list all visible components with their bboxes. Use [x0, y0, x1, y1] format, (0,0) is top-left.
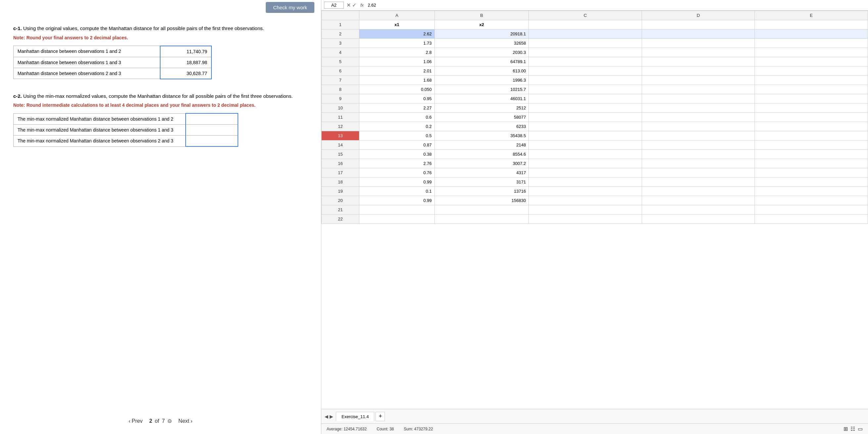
cell-b9[interactable]: 46031.1	[434, 94, 529, 103]
cell-a7[interactable]: 1.68	[359, 76, 434, 85]
cell-c4[interactable]	[529, 48, 642, 57]
table-view-icon[interactable]: ☷	[850, 426, 855, 432]
cell-d10[interactable]	[642, 103, 755, 113]
cell-d9[interactable]	[642, 94, 755, 103]
cell-d8[interactable]	[642, 85, 755, 94]
cell-e12[interactable]	[755, 122, 868, 131]
cell-e6[interactable]	[755, 66, 868, 76]
cell-d12[interactable]	[642, 122, 755, 131]
next-button[interactable]: Next ›	[178, 418, 192, 424]
cell-d1[interactable]	[642, 20, 755, 29]
cell-d20[interactable]	[642, 196, 755, 205]
cell-e19[interactable]	[755, 187, 868, 196]
cell-b12[interactable]: 6233	[434, 122, 529, 131]
cell-b8[interactable]: 10215.7	[434, 85, 529, 94]
c2-row2-input-cell[interactable]	[186, 125, 238, 136]
cell-a16[interactable]: 2.76	[359, 159, 434, 168]
cell-b7[interactable]: 1996.3	[434, 76, 529, 85]
col-header-a[interactable]: A	[359, 11, 434, 20]
cell-d3[interactable]	[642, 39, 755, 48]
cell-a10[interactable]: 2.27	[359, 103, 434, 113]
cell-b17[interactable]: 4317	[434, 168, 529, 177]
cell-d14[interactable]	[642, 140, 755, 150]
cell-c10[interactable]	[529, 103, 642, 113]
cell-b5[interactable]: 64789.1	[434, 57, 529, 66]
c2-row1-input-cell[interactable]	[186, 113, 238, 125]
cell-d22[interactable]	[642, 214, 755, 224]
check-my-work-button[interactable]: Check my work	[266, 2, 314, 13]
cell-e9[interactable]	[755, 94, 868, 103]
cell-c18[interactable]	[529, 177, 642, 187]
cell-a4[interactable]: 2.8	[359, 48, 434, 57]
col-header-c[interactable]: C	[529, 11, 642, 20]
cell-a5[interactable]: 1.06	[359, 57, 434, 66]
cell-c13[interactable]	[529, 131, 642, 140]
cell-d16[interactable]	[642, 159, 755, 168]
cell-e10[interactable]	[755, 103, 868, 113]
cell-a9[interactable]: 0.95	[359, 94, 434, 103]
cell-a8[interactable]: 0.050	[359, 85, 434, 94]
cell-a12[interactable]: 0.2	[359, 122, 434, 131]
cell-a20[interactable]: 0.99	[359, 196, 434, 205]
cell-b18[interactable]: 3171	[434, 177, 529, 187]
cell-b6[interactable]: 613.00	[434, 66, 529, 76]
cell-d19[interactable]	[642, 187, 755, 196]
cell-b21[interactable]	[434, 205, 529, 214]
cell-d18[interactable]	[642, 177, 755, 187]
cell-b3[interactable]: 32658	[434, 39, 529, 48]
cell-e7[interactable]	[755, 76, 868, 85]
c2-row2-input[interactable]	[187, 125, 237, 135]
cell-c20[interactable]	[529, 196, 642, 205]
cell-c1[interactable]	[529, 20, 642, 29]
cell-d15[interactable]	[642, 150, 755, 159]
cell-e16[interactable]	[755, 159, 868, 168]
cell-e13[interactable]	[755, 131, 868, 140]
cell-c11[interactable]	[529, 113, 642, 122]
cell-c8[interactable]	[529, 85, 642, 94]
cell-a19[interactable]: 0.1	[359, 187, 434, 196]
cell-d6[interactable]	[642, 66, 755, 76]
cell-c19[interactable]	[529, 187, 642, 196]
cell-b4[interactable]: 2030.3	[434, 48, 529, 57]
expand-icon[interactable]: ▭	[858, 426, 863, 432]
cell-a14[interactable]: 0.87	[359, 140, 434, 150]
cell-e14[interactable]	[755, 140, 868, 150]
cell-b10[interactable]: 2512	[434, 103, 529, 113]
cell-c15[interactable]	[529, 150, 642, 159]
add-sheet-button[interactable]: +	[376, 412, 385, 421]
cell-b16[interactable]: 3007.2	[434, 159, 529, 168]
cell-b20[interactable]: 156830	[434, 196, 529, 205]
cell-d5[interactable]	[642, 57, 755, 66]
cell-a17[interactable]: 0.76	[359, 168, 434, 177]
cell-d11[interactable]	[642, 113, 755, 122]
cell-a11[interactable]: 0.6	[359, 113, 434, 122]
cell-e15[interactable]	[755, 150, 868, 159]
cell-e20[interactable]	[755, 196, 868, 205]
cell-b2[interactable]: 20918.1	[434, 29, 529, 39]
cell-d2[interactable]	[642, 29, 755, 39]
cell-a15[interactable]: 0.38	[359, 150, 434, 159]
cell-b1[interactable]: x2	[434, 20, 529, 29]
sheet-tab[interactable]: Exercise_11.4	[336, 412, 374, 421]
cell-b13[interactable]: 35438.5	[434, 131, 529, 140]
cell-c21[interactable]	[529, 205, 642, 214]
cell-c3[interactable]	[529, 39, 642, 48]
cell-a2[interactable]: 2.62	[359, 29, 434, 39]
cell-d21[interactable]	[642, 205, 755, 214]
cell-c2[interactable]	[529, 29, 642, 39]
cell-e21[interactable]	[755, 205, 868, 214]
cell-d7[interactable]	[642, 76, 755, 85]
cell-c6[interactable]	[529, 66, 642, 76]
cell-c12[interactable]	[529, 122, 642, 131]
cell-a21[interactable]	[359, 205, 434, 214]
cell-b14[interactable]: 2148	[434, 140, 529, 150]
c2-row3-input[interactable]	[187, 136, 237, 145]
cell-d13[interactable]	[642, 131, 755, 140]
cell-c17[interactable]	[529, 168, 642, 177]
cell-a13[interactable]: 0.5	[359, 131, 434, 140]
cell-a3[interactable]: 1.73	[359, 39, 434, 48]
spreadsheet-container[interactable]: A B C D E 1 x1 x2 22.6220918.131.7332658…	[321, 10, 868, 409]
cell-e4[interactable]	[755, 48, 868, 57]
cell-e3[interactable]	[755, 39, 868, 48]
cell-b15[interactable]: 8554.6	[434, 150, 529, 159]
